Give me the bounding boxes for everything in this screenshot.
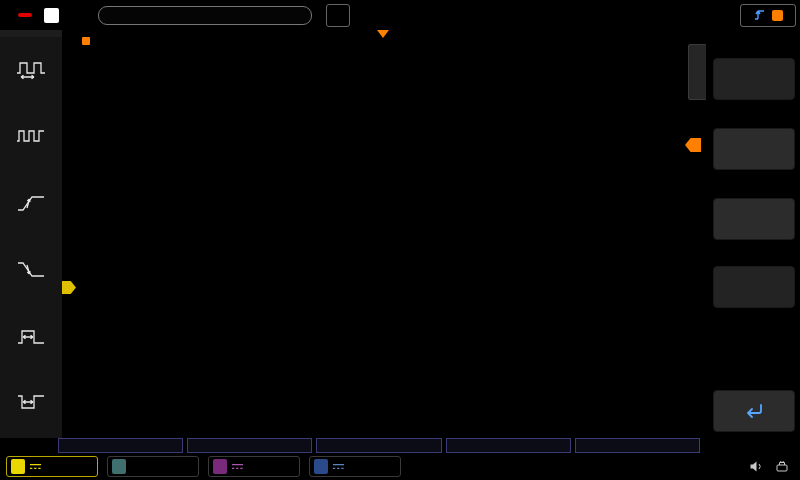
fall-time-icon — [16, 258, 46, 280]
left-menu-title — [0, 30, 62, 37]
menu-item-freq[interactable] — [0, 104, 62, 171]
usb-icon — [774, 460, 790, 473]
measurement-slot-3[interactable] — [316, 438, 441, 453]
graticule — [75, 38, 683, 434]
dc-coupling-icon — [29, 462, 42, 471]
horizontal-measure-menu — [0, 30, 63, 438]
menu-item-fall-time[interactable] — [0, 237, 62, 304]
delay-group — [326, 4, 350, 27]
trigger-level-marker — [685, 138, 701, 152]
measurement-slot-2[interactable] — [187, 438, 312, 453]
return-icon — [743, 402, 765, 420]
ch1-status[interactable] — [6, 456, 98, 477]
trigger-group — [740, 4, 796, 27]
oscilloscope-screen — [0, 0, 800, 480]
save-button[interactable] — [713, 58, 795, 100]
new-file-button[interactable] — [713, 128, 795, 170]
ch1-badge — [11, 459, 25, 474]
ch1-ground-marker — [62, 281, 76, 294]
rise-time-icon — [16, 192, 46, 214]
system-icons — [749, 460, 790, 473]
ch3-badge — [213, 459, 227, 474]
measurement-slot-5[interactable] — [575, 438, 700, 453]
channel-status-bar — [0, 453, 800, 480]
trigger-position-marker — [377, 30, 389, 38]
back-button[interactable] — [713, 390, 795, 432]
measurement-slot-4[interactable] — [446, 438, 571, 453]
menu-item-pos-width[interactable] — [0, 304, 62, 371]
measurement-slot-1[interactable] — [58, 438, 183, 453]
measurement-row — [58, 438, 700, 453]
ch4-badge — [314, 459, 328, 474]
ch4-status[interactable] — [309, 456, 401, 477]
minus-width-icon — [16, 392, 46, 414]
trigger-source-swatch — [772, 10, 783, 21]
save-menu — [706, 30, 800, 453]
dc-coupling-icon — [231, 462, 244, 471]
timebase-position-strip — [98, 6, 312, 25]
horizontal-badge — [44, 8, 59, 23]
waveform-display — [62, 30, 686, 438]
run-state-badge — [18, 13, 32, 17]
ch2-badge — [112, 459, 126, 474]
beeper-icon — [749, 460, 764, 473]
period-icon — [16, 58, 46, 80]
ch3-status[interactable] — [208, 456, 300, 477]
menu-item-rise-time[interactable] — [0, 171, 62, 238]
new-folder-button[interactable] — [713, 198, 795, 240]
plus-width-icon — [16, 325, 46, 347]
memory-waveform-icon — [99, 7, 309, 24]
top-status-bar — [0, 0, 800, 30]
delete-button[interactable] — [713, 266, 795, 308]
menu-tab-save — [688, 44, 707, 100]
ch2-status[interactable] — [107, 456, 199, 477]
menu-item-period[interactable] — [0, 37, 62, 104]
trigger-slope-icon — [753, 8, 767, 22]
dc-coupling-icon — [332, 462, 345, 471]
timebase-ref-marker — [82, 37, 90, 45]
menu-item-neg-width[interactable] — [0, 371, 62, 438]
freq-icon — [16, 125, 46, 147]
